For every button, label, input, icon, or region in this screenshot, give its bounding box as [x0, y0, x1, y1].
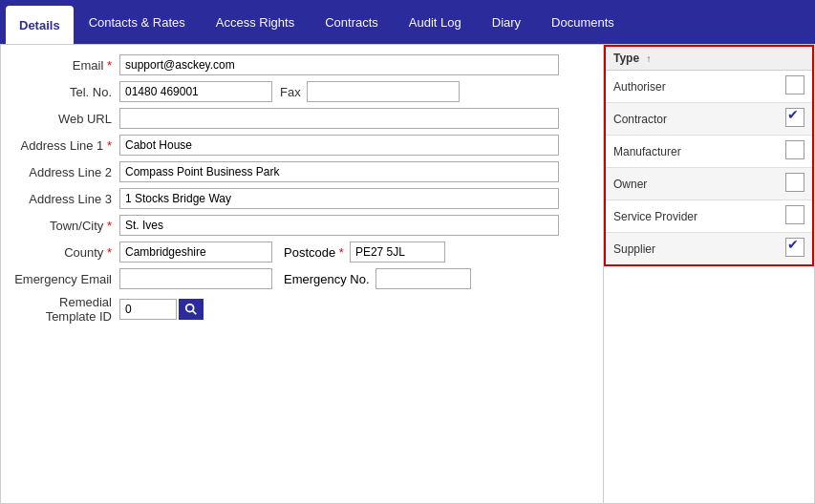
address3-row: Address Line 3 [14, 188, 590, 209]
address3-label: Address Line 3 [14, 192, 119, 206]
address1-row: Address Line 1 * [14, 135, 590, 156]
svg-line-1 [193, 311, 197, 315]
address3-input[interactable] [119, 188, 559, 209]
tab-documents[interactable]: Documents [536, 0, 630, 44]
type-checkbox[interactable] [785, 173, 804, 192]
address2-label: Address Line 2 [14, 165, 119, 179]
type-row-label: Authoriser [605, 71, 778, 103]
type-row-checkbox-cell [778, 168, 813, 200]
postcode-label: Postcode * [284, 245, 344, 260]
tab-contacts-rates[interactable]: Contacts & Rates [74, 0, 201, 44]
type-checkbox-header [778, 46, 813, 71]
table-row: Owner [605, 168, 813, 200]
type-checkbox[interactable] [785, 238, 804, 257]
type-row-label: Manufacturer [605, 136, 778, 168]
emergency-no-group: Emergency No. [284, 268, 471, 289]
table-row: Contractor [605, 103, 813, 136]
type-row-checkbox-cell [778, 71, 813, 103]
address1-required: * [107, 138, 112, 153]
form-area: Email * Tel. No. Fax Web URL Address Lin… [1, 45, 604, 503]
tel-label: Tel. No. [14, 85, 119, 99]
address1-input[interactable] [119, 135, 559, 156]
tab-details[interactable]: Details [6, 6, 74, 44]
address2-row: Address Line 2 [14, 161, 590, 182]
address2-input[interactable] [119, 161, 559, 182]
towncity-row: Town/City * [14, 215, 590, 236]
type-row-checkbox-cell [778, 200, 813, 233]
table-row: Authoriser [605, 71, 813, 103]
tel-input[interactable] [119, 81, 272, 102]
fax-label: Fax [280, 85, 301, 99]
county-input[interactable] [119, 242, 272, 262]
type-checkbox[interactable] [785, 108, 804, 127]
remedial-row: Remedial Template ID [14, 295, 590, 324]
type-checkbox[interactable] [785, 205, 804, 224]
fax-group: Fax [280, 81, 460, 102]
tab-access-rights[interactable]: Access Rights [201, 0, 310, 44]
remedial-input[interactable] [119, 299, 177, 320]
remedial-search-button[interactable] [179, 299, 204, 320]
email-required: * [107, 58, 112, 73]
svg-point-0 [186, 304, 194, 312]
fax-input[interactable] [307, 81, 460, 102]
postcode-group: Postcode * [284, 242, 445, 262]
search-icon [184, 303, 198, 316]
towncity-required: * [107, 219, 112, 233]
right-panel: Type ↑ AuthoriserContractorManufacturerO… [604, 45, 814, 503]
type-checkbox[interactable] [785, 140, 804, 159]
emergency-no-input[interactable] [375, 268, 471, 289]
email-input[interactable] [119, 54, 559, 75]
emergency-row: Emergency Email Emergency No. [14, 268, 590, 289]
table-row: Manufacturer [605, 136, 813, 168]
email-label: Email * [14, 58, 119, 73]
type-column-header[interactable]: Type ↑ [605, 46, 778, 71]
type-row-label: Contractor [605, 103, 778, 136]
county-required: * [107, 245, 112, 260]
weburl-input[interactable] [119, 108, 559, 129]
email-row: Email * [14, 54, 590, 75]
main-content: Email * Tel. No. Fax Web URL Address Lin… [0, 44, 815, 504]
type-row-checkbox-cell [778, 103, 813, 136]
type-row-checkbox-cell [778, 233, 813, 266]
postcode-input[interactable] [350, 242, 445, 262]
emergency-no-label: Emergency No. [284, 272, 370, 286]
type-table: Type ↑ AuthoriserContractorManufacturerO… [604, 45, 814, 266]
towncity-input[interactable] [119, 215, 559, 236]
weburl-label: Web URL [14, 112, 119, 126]
county-label: County * [14, 245, 119, 260]
type-row-label: Owner [605, 168, 778, 200]
table-row: Service Provider [605, 200, 813, 233]
address1-label: Address Line 1 * [14, 138, 119, 153]
remedial-label: Remedial Template ID [14, 295, 119, 324]
county-postcode-row: County * Postcode * [14, 242, 590, 262]
tab-contracts[interactable]: Contracts [310, 0, 394, 44]
tab-audit-log[interactable]: Audit Log [394, 0, 477, 44]
tel-fax-row: Tel. No. Fax [14, 81, 590, 102]
type-row-label: Service Provider [605, 200, 778, 233]
tab-bar: Details Contacts & Rates Access Rights C… [0, 0, 815, 44]
emergency-email-label: Emergency Email [14, 272, 119, 286]
type-row-label: Supplier [605, 233, 778, 266]
weburl-row: Web URL [14, 108, 590, 129]
type-checkbox[interactable] [785, 75, 804, 94]
type-row-checkbox-cell [778, 136, 813, 168]
tab-diary[interactable]: Diary [477, 0, 536, 44]
towncity-label: Town/City * [14, 219, 119, 233]
postcode-required: * [339, 245, 344, 260]
sort-arrow-icon: ↑ [646, 53, 651, 64]
emergency-email-input[interactable] [119, 268, 272, 289]
table-row: Supplier [605, 233, 813, 266]
